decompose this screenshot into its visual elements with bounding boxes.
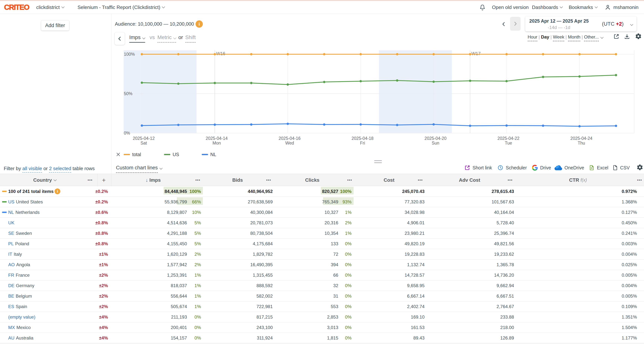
svg-text:Wed: Wed [285, 141, 294, 145]
svg-text:2025-04-14: 2025-04-14 [206, 136, 228, 141]
svg-text:100%: 100% [124, 52, 135, 57]
svg-text:Tue: Tue [505, 141, 512, 145]
svg-text:Mon: Mon [212, 141, 221, 145]
svg-text:2025-04-20: 2025-04-20 [424, 136, 446, 141]
svg-text:2025-04-22: 2025-04-22 [498, 136, 520, 141]
svg-text:2025-04-12: 2025-04-12 [133, 136, 155, 141]
svg-text:50%: 50% [124, 91, 132, 96]
svg-text:0%: 0% [124, 131, 130, 136]
svg-text:2025-04-18: 2025-04-18 [352, 136, 374, 141]
svg-text:Fri: Fri [360, 141, 365, 145]
svg-text:Thu: Thu [578, 141, 585, 145]
svg-text:2025-04-16: 2025-04-16 [279, 136, 301, 141]
svg-text:Sun: Sun [432, 141, 439, 145]
svg-text:W17: W17 [472, 51, 480, 56]
svg-text:Sat: Sat [140, 141, 147, 145]
svg-text:W16: W16 [216, 51, 225, 56]
svg-text:2025-04-24: 2025-04-24 [570, 136, 592, 141]
